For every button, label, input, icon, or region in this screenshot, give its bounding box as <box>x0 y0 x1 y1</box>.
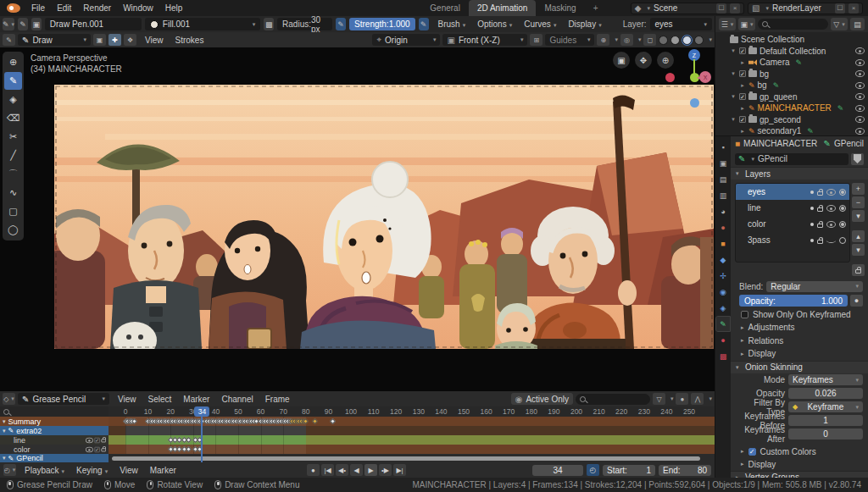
mask-dot-icon[interactable] <box>810 239 814 242</box>
layer-row-line[interactable]: line <box>736 200 849 216</box>
next-keyframe-button[interactable]: •▶ <box>379 464 392 476</box>
outliner-item-label[interactable]: Camera <box>760 58 790 67</box>
custom-colors-checkbox[interactable]: ✓ <box>748 448 756 456</box>
shading-solid-button[interactable] <box>670 36 680 45</box>
eye-icon[interactable] <box>855 82 865 89</box>
collapse-icon[interactable]: ▾ <box>730 116 737 123</box>
outliner-row-maincharacter[interactable]: ▸✎MAINCHARACTER✎ <box>715 102 868 114</box>
menu-window[interactable]: Window <box>117 3 159 13</box>
outliner-item-label[interactable]: bg <box>758 80 767 90</box>
frame-start-field[interactable]: Start: 1 <box>603 465 655 476</box>
outliner-settings-icon[interactable]: ▤ <box>850 18 865 30</box>
outliner-item-label[interactable]: MAINCHARACTER <box>758 103 832 113</box>
circle-tool-button[interactable]: ◯ <box>4 221 22 239</box>
pan-hand-icon[interactable]: ✥ <box>635 52 652 69</box>
lock-icon[interactable] <box>101 448 106 451</box>
close-layer-button[interactable]: × <box>849 3 859 14</box>
onion-mode-dropdown[interactable]: Keyframes▾ <box>788 374 863 385</box>
cursor-tool-button[interactable]: ⊕ <box>4 53 22 71</box>
editor-type-icon[interactable]: ✎ <box>3 34 15 46</box>
shading-dropdown-icon[interactable]: ▾ <box>709 36 712 43</box>
eye-icon[interactable] <box>826 221 836 228</box>
eye-icon[interactable] <box>855 105 865 112</box>
gizmo-z-neg[interactable] <box>690 98 699 108</box>
funnel-filter-dropdown[interactable]: ▽▾ <box>831 18 848 30</box>
frame-end-field[interactable]: End: 80 <box>659 465 711 476</box>
drawing-plane-dropdown[interactable]: ⌖ Origin ▾ <box>372 34 440 46</box>
eye-icon[interactable] <box>855 93 865 100</box>
screen-placement-icon[interactable]: ▩ <box>264 18 274 30</box>
brush-name-field[interactable]: Draw Pen.001 <box>45 18 142 30</box>
keyframe-area[interactable]: 0102030405060708090100110120130140150160… <box>108 406 715 462</box>
camera-view-icon[interactable]: ▣ <box>613 52 630 69</box>
object-tab[interactable]: ■ <box>716 236 730 251</box>
gizmo-x-neg[interactable] <box>665 73 675 82</box>
channel-label[interactable]: GPencil <box>16 454 43 462</box>
keyframes-after-field[interactable]: 0 <box>788 428 863 439</box>
channel-line[interactable]: line✓ <box>0 435 108 445</box>
channel-label[interactable]: line <box>14 436 25 445</box>
mask-dot-icon[interactable] <box>810 223 814 226</box>
onion-skinning-panel-header[interactable]: ▾Onion Skinning <box>731 361 868 373</box>
proportional-keys-icon[interactable]: ● <box>676 393 688 405</box>
tool-menu-options[interactable]: Options▾ <box>471 19 518 29</box>
breadcrumb-object[interactable]: MAINCHARACTER <box>743 139 817 148</box>
layer-dropdown[interactable]: eyes ▾ <box>650 18 712 30</box>
outliner-row-gp_second[interactable]: ▾✓gp_second <box>715 114 868 126</box>
outliner-row-bg[interactable]: ▾✓bg <box>715 69 868 80</box>
onion-skin-icon[interactable] <box>839 189 846 196</box>
onion-skin-icon[interactable] <box>839 205 846 212</box>
new-scene-button[interactable]: ☐ <box>716 3 726 14</box>
outliner-row-scene-collection[interactable]: Scene Collection <box>715 34 868 46</box>
timeline-menu-marker[interactable]: Marker <box>144 466 182 475</box>
draw-on-back-toggle-icon[interactable]: ✚ <box>108 34 121 46</box>
render-tab[interactable]: ▣ <box>716 156 730 170</box>
show-only-checkbox[interactable] <box>741 311 748 318</box>
record-button[interactable]: ● <box>307 464 320 476</box>
additive-drawing-toggle-icon[interactable]: ❖ <box>124 34 136 46</box>
viewport-menu-strokes[interactable]: Strokes <box>170 36 210 45</box>
tool-menu-display[interactable]: Display▾ <box>562 19 607 29</box>
fill-tool-button[interactable]: ◈ <box>4 91 22 108</box>
lock-icon[interactable] <box>817 224 823 228</box>
collection-checkbox[interactable]: ✓ <box>739 47 746 54</box>
collection-checkbox[interactable]: ✓ <box>739 93 746 100</box>
play-reverse-button[interactable]: ◀ <box>350 464 363 476</box>
onion-filter-dropdown[interactable]: ◆ Keyframe▾ <box>788 401 863 412</box>
outliner-item-label[interactable]: gp_second <box>760 115 801 124</box>
channel-checkbox[interactable]: ✓ <box>94 437 99 442</box>
onion-display-row[interactable]: ▸ Display <box>731 458 868 471</box>
channel-gpencil[interactable]: ▾✎GPencil <box>0 454 108 462</box>
channel-summary[interactable]: ▾Summary <box>0 417 108 426</box>
eye-icon[interactable] <box>86 446 93 451</box>
guides-toggle-icon[interactable]: ⊞ <box>530 34 542 46</box>
dopesheet-menu-select[interactable]: Select <box>142 395 178 404</box>
dopesheet-menu-channel[interactable]: Channel <box>215 395 259 404</box>
current-frame-field[interactable]: 34 <box>532 465 583 476</box>
filter-funnel-icon[interactable]: ▽ <box>653 393 665 405</box>
playhead-frame-pill[interactable]: 34 <box>194 406 209 417</box>
gpencil-data-tab[interactable]: ✎ <box>716 317 730 331</box>
shading-rendered-button[interactable] <box>694 36 704 45</box>
layer-row-eyes[interactable]: eyes <box>736 184 849 200</box>
jump-end-button[interactable]: ▶| <box>393 464 406 476</box>
dopesheet-menu-frame[interactable]: Frame <box>259 395 296 404</box>
expand-icon[interactable]: ▸ <box>739 105 746 112</box>
jump-start-button[interactable]: |◀ <box>321 464 334 476</box>
modifiers-tab[interactable]: ◆ <box>716 252 730 267</box>
render-layer-selector[interactable]: ▧▾ RenderLayer ☐ × <box>748 3 863 14</box>
snap-icon[interactable]: ⊕ <box>597 34 609 46</box>
curve-tool-button[interactable]: ∿ <box>4 184 22 202</box>
dopesheet-menu-marker[interactable]: Marker <box>177 395 215 404</box>
collapse-icon[interactable]: ▾ <box>730 93 737 100</box>
eye-icon[interactable] <box>855 70 865 77</box>
timeline-editor-icon[interactable]: ◴▾ <box>3 464 16 476</box>
outliner-item-label[interactable]: Default Collection <box>760 47 826 56</box>
onion-opacity-field[interactable]: 0.026 <box>788 388 863 399</box>
horizontal-scrollbar[interactable] <box>112 456 700 461</box>
dope-sheet-body[interactable]: 0102030405060708090100110120130140150160… <box>0 406 715 462</box>
lock-icon[interactable] <box>101 439 106 442</box>
tool-menu-brush[interactable]: Brush▾ <box>432 19 472 29</box>
mask-dot-icon[interactable] <box>810 191 814 194</box>
datablock-selector[interactable]: ✎ ▾ GPencil <box>735 153 849 165</box>
